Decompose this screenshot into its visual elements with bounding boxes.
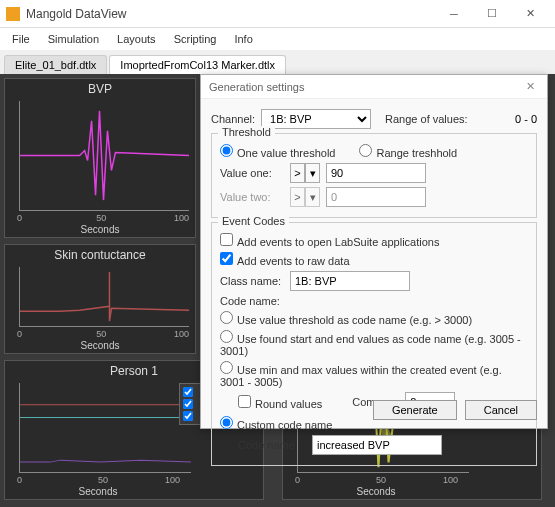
checkbox-add-raw-input[interactable] [220, 252, 233, 265]
radio-use-found[interactable]: Use found start and end values as code n… [220, 330, 528, 357]
chevron-down-icon[interactable]: ▾ [305, 164, 319, 182]
legend-checkbox[interactable] [183, 411, 193, 421]
radio-one-threshold[interactable]: One value threshold [220, 144, 335, 159]
value-two-op: >▾ [290, 187, 320, 207]
tick: 100 [174, 213, 189, 223]
legend-checkbox[interactable] [183, 387, 193, 397]
op-gt-icon: > [291, 188, 305, 206]
radio-use-threshold-input[interactable] [220, 311, 233, 324]
dialog-footer: Generate Cancel [373, 400, 537, 420]
app-logo [6, 7, 20, 21]
tick: 50 [96, 213, 106, 223]
chart-bvp-axes [19, 101, 189, 211]
checkbox-add-raw[interactable]: Add events to raw data [220, 252, 350, 267]
tick: 0 [17, 475, 22, 485]
tick: 50 [98, 475, 108, 485]
value-one-input[interactable] [326, 163, 426, 183]
chart-skin: Skin contuctance 0 50 100 Seconds [4, 244, 196, 354]
checkbox-round[interactable]: Round values [238, 395, 322, 410]
person1-wave-icon [20, 383, 191, 472]
event-codes-group: Event Codes Add events to open LabSuite … [211, 222, 537, 466]
menu-simulation[interactable]: Simulation [40, 31, 107, 47]
close-button[interactable]: ✕ [511, 0, 549, 28]
checkbox-round-input[interactable] [238, 395, 251, 408]
tick: 0 [295, 475, 300, 485]
value-one-label: Value one: [220, 167, 284, 179]
tick: 100 [165, 475, 180, 485]
chart-skin-title: Skin contuctance [5, 245, 195, 265]
maximize-button[interactable]: ☐ [473, 0, 511, 28]
radio-custom-codename-input[interactable] [220, 416, 233, 429]
channel-label: Channel: [211, 113, 255, 125]
chart-bvp-title: BVP [5, 79, 195, 99]
classname-label: Class name: [220, 275, 284, 287]
codename-label: Code name: [220, 295, 280, 307]
skin-wave-icon [20, 267, 189, 326]
channel-select[interactable]: 1B: BVP [261, 109, 371, 129]
classname-input[interactable] [290, 271, 410, 291]
tick: 50 [96, 329, 106, 339]
threshold-group: Threshold One value threshold Range tres… [211, 133, 537, 218]
radio-use-found-input[interactable] [220, 330, 233, 343]
dialog-title: Generation settings [209, 81, 304, 93]
radio-use-minmax[interactable]: Use min and max values within the create… [220, 361, 528, 388]
generation-settings-dialog: Generation settings ✕ Channel: 1B: BVP R… [200, 74, 548, 429]
dialog-close-button[interactable]: ✕ [521, 78, 539, 96]
event-codes-legend: Event Codes [218, 215, 289, 227]
chart-skin-axes [19, 267, 189, 327]
legend-checkbox[interactable] [183, 399, 193, 409]
tick: 100 [174, 329, 189, 339]
checkbox-add-open-input[interactable] [220, 233, 233, 246]
cancel-button[interactable]: Cancel [465, 400, 537, 420]
tick: 50 [376, 475, 386, 485]
value-two-input [326, 187, 426, 207]
threshold-legend: Threshold [218, 126, 275, 138]
codename2-label: Code name: [238, 439, 306, 451]
minimize-button[interactable]: ─ [435, 0, 473, 28]
chart-person1-axes [19, 383, 191, 473]
radio-custom-codename[interactable]: Custom code name [220, 416, 332, 431]
titlebar: Mangold DataView ─ ☐ ✕ [0, 0, 555, 28]
dialog-titlebar: Generation settings ✕ [201, 75, 547, 99]
chart-bvp: BVP 0 50 100 Seconds [4, 78, 196, 238]
menu-file[interactable]: File [4, 31, 38, 47]
value-two-label: Value two: [220, 191, 284, 203]
menubar: File Simulation Layouts Scripting Info [0, 28, 555, 50]
menu-scripting[interactable]: Scripting [166, 31, 225, 47]
radio-range-threshold[interactable]: Range treshhold [359, 144, 457, 159]
tick: 0 [17, 329, 22, 339]
radio-one-threshold-input[interactable] [220, 144, 233, 157]
radio-range-threshold-input[interactable] [359, 144, 372, 157]
menu-info[interactable]: Info [226, 31, 260, 47]
value-one-op[interactable]: >▾ [290, 163, 320, 183]
chart-person1-xlabel: Seconds [5, 486, 191, 497]
range-label: Range of values: [385, 113, 468, 125]
op-gt-icon[interactable]: > [291, 164, 305, 182]
radio-use-threshold[interactable]: Use value threshold as code name (e.g. >… [220, 311, 472, 326]
range-value: 0 - 0 [515, 113, 537, 125]
tick: 100 [443, 475, 458, 485]
workspace: BVP 0 50 100 Seconds Skin contuctance 0 … [0, 74, 555, 507]
tab-elite[interactable]: Elite_01_bdf.dtlx [4, 55, 107, 74]
generate-button[interactable]: Generate [373, 400, 457, 420]
radio-use-minmax-input[interactable] [220, 361, 233, 374]
menu-layouts[interactable]: Layouts [109, 31, 164, 47]
chart-skin-xlabel: Seconds [5, 340, 195, 351]
window-title: Mangold DataView [26, 7, 435, 21]
codename2-input[interactable] [312, 435, 442, 455]
bvp-wave-icon [20, 101, 189, 210]
tick: 0 [17, 213, 22, 223]
tabbar: Elite_01_bdf.dtlx ImoprtedFromCol13 Mark… [0, 50, 555, 74]
checkbox-add-open[interactable]: Add events to open LabSuite applications [220, 233, 439, 248]
chart-bvp-xlabel: Seconds [5, 224, 195, 235]
chevron-down-icon: ▾ [305, 188, 319, 206]
chart-right-xlabel: Seconds [283, 486, 469, 497]
tab-imported[interactable]: ImoprtedFromCol13 Marker.dtlx [109, 55, 286, 74]
